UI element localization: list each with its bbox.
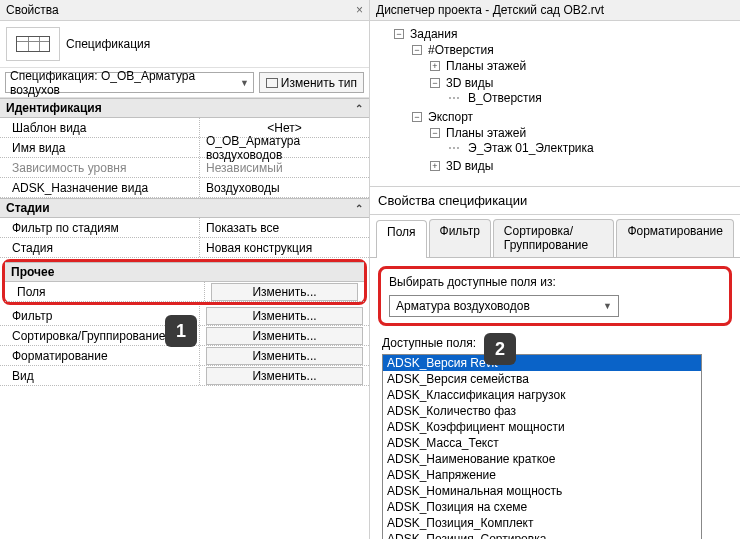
annotation-badge-1: 1 xyxy=(165,315,197,347)
tree-node-export[interactable]: −Экспорт xyxy=(412,110,473,124)
prop-value[interactable]: Воздуховоды xyxy=(200,178,369,197)
available-fields-label: Доступные поля: xyxy=(382,336,476,350)
prop-value: Изменить... xyxy=(200,346,369,365)
list-item[interactable]: ADSK_Классификация нагрузок xyxy=(383,387,701,403)
select-fields-from-dropdown[interactable]: Арматура воздуховодов ▼ xyxy=(389,295,619,317)
tree-node-holes[interactable]: −#Отверстия xyxy=(412,43,494,57)
select-value: Арматура воздуховодов xyxy=(396,299,530,313)
section-ident-header[interactable]: Идентификация ⌃ xyxy=(0,98,369,118)
list-item[interactable]: ADSK_Масса_Текст xyxy=(383,435,701,451)
schedule-icon xyxy=(6,27,60,61)
prop-value: Изменить... xyxy=(200,306,369,325)
prop-label: Вид xyxy=(0,366,200,385)
prop-label: Зависимость уровня xyxy=(0,158,200,177)
prop-value[interactable]: Новая конструкция xyxy=(200,238,369,257)
edit-type-button[interactable]: Изменить тип xyxy=(259,72,364,93)
type-selector-row: Спецификация xyxy=(0,21,369,68)
collapse-icon: ⌃ xyxy=(355,103,363,114)
collapse-icon[interactable]: − xyxy=(394,29,404,39)
spec-body: Выбирать доступные поля из: Арматура воз… xyxy=(370,258,740,539)
list-item[interactable]: ADSK_Наименование краткое xyxy=(383,451,701,467)
close-icon[interactable]: × xyxy=(356,3,363,17)
edit-type-icon xyxy=(266,78,278,88)
collapse-icon[interactable]: − xyxy=(412,45,422,55)
spec-tabs: Поля Фильтр Сортировка/Группирование Фор… xyxy=(370,215,740,258)
type-dropdown-row: Спецификация: O_ОВ_Арматура воздухов ▼ И… xyxy=(0,68,369,98)
section-stages-header[interactable]: Стадии ⌃ xyxy=(0,198,369,218)
list-item[interactable]: ADSK_Напряжение xyxy=(383,467,701,483)
project-tree[interactable]: −Задания −#Отверстия +Планы этажей −3D в… xyxy=(370,21,740,187)
properties-panel-title: Свойства xyxy=(6,3,59,17)
edit-fields-button[interactable]: Изменить... xyxy=(211,283,358,301)
prop-row: Имя вида O_ОВ_Арматура воздуховодов xyxy=(0,138,369,158)
annotation-badge-2: 2 xyxy=(484,333,516,365)
right-panel: Диспетчер проекта - Детский сад ОВ2.rvt … xyxy=(370,0,740,539)
callout-1: Прочее Поля Изменить... 1 xyxy=(2,259,367,305)
type-dropdown[interactable]: Спецификация: O_ОВ_Арматура воздухов ▼ xyxy=(5,72,254,93)
edit-type-label: Изменить тип xyxy=(281,76,357,90)
prop-label: Имя вида xyxy=(0,138,200,157)
dispatcher-title: Диспетчер проекта - Детский сад ОВ2.rvt xyxy=(376,3,604,17)
tree-node-3d2[interactable]: +3D виды xyxy=(430,159,493,173)
type-dropdown-value: Спецификация: O_ОВ_Арматура воздухов xyxy=(10,69,240,97)
select-fields-from-label: Выбирать доступные поля из: xyxy=(389,275,721,289)
edit-sort-button[interactable]: Изменить... xyxy=(206,327,363,345)
prop-label: Стадия xyxy=(0,238,200,257)
list-item[interactable]: ADSK_Версия Revit xyxy=(383,355,701,371)
list-item[interactable]: ADSK_Коэффициент мощности xyxy=(383,419,701,435)
list-item[interactable]: ADSK_Позиция_Комплект xyxy=(383,515,701,531)
section-other-title: Прочее xyxy=(11,265,54,279)
prop-row: Вид Изменить... xyxy=(0,366,369,386)
collapse-icon[interactable]: − xyxy=(412,112,422,122)
edit-view-button[interactable]: Изменить... xyxy=(206,367,363,385)
list-item[interactable]: ADSK_Позиция на схеме xyxy=(383,499,701,515)
type-label: Спецификация xyxy=(66,37,363,51)
tab-format[interactable]: Форматирование xyxy=(616,219,734,257)
list-item[interactable]: ADSK_Номинальная мощность xyxy=(383,483,701,499)
tree-leaf-votv[interactable]: ⋯В_Отверстия xyxy=(448,91,542,105)
prop-label: Фильтр по стадиям xyxy=(0,218,200,237)
tree-leaf-etaj[interactable]: ⋯Э_Этаж 01_Электрика xyxy=(448,141,594,155)
tab-sort[interactable]: Сортировка/Группирование xyxy=(493,219,615,257)
prop-row: Форматирование Изменить... xyxy=(0,346,369,366)
prop-value: Изменить... xyxy=(200,366,369,385)
prop-value[interactable]: Показать все xyxy=(200,218,369,237)
tree-node-tasks[interactable]: −Задания xyxy=(394,27,457,41)
spec-props-title: Свойства спецификации xyxy=(370,187,740,215)
leaf-icon: ⋯ xyxy=(448,141,460,155)
section-ident-title: Идентификация xyxy=(6,101,102,115)
prop-value: Изменить... xyxy=(205,282,364,301)
expand-icon[interactable]: + xyxy=(430,161,440,171)
expand-icon[interactable]: + xyxy=(430,61,440,71)
tab-fields[interactable]: Поля xyxy=(376,220,427,258)
list-item[interactable]: ADSK_Количество фаз xyxy=(383,403,701,419)
section-other-header[interactable]: Прочее xyxy=(5,262,364,282)
prop-label: ADSK_Назначение вида xyxy=(0,178,200,197)
callout-2: Выбирать доступные поля из: Арматура воз… xyxy=(378,266,732,326)
prop-value[interactable]: O_ОВ_Арматура воздуховодов xyxy=(200,138,369,157)
properties-panel: Свойства × Спецификация Спецификация: O_… xyxy=(0,0,370,539)
dispatcher-header: Диспетчер проекта - Детский сад ОВ2.rvt xyxy=(370,0,740,21)
prop-row: ADSK_Назначение вида Воздуховоды xyxy=(0,178,369,198)
available-fields-listbox[interactable]: ADSK_Версия RevitADSK_Версия семействаAD… xyxy=(382,354,702,539)
leaf-icon: ⋯ xyxy=(448,91,460,105)
prop-row-fields: Поля Изменить... xyxy=(5,282,364,302)
prop-label: Шаблон вида xyxy=(0,118,200,137)
edit-filter-button[interactable]: Изменить... xyxy=(206,307,363,325)
collapse-icon[interactable]: − xyxy=(430,78,440,88)
prop-row: Фильтр по стадиям Показать все xyxy=(0,218,369,238)
tab-filter[interactable]: Фильтр xyxy=(429,219,491,257)
chevron-down-icon: ▼ xyxy=(240,78,249,88)
collapse-icon[interactable]: − xyxy=(430,128,440,138)
tree-node-3d1[interactable]: −3D виды xyxy=(430,76,493,90)
collapse-icon: ⌃ xyxy=(355,203,363,214)
prop-label: Форматирование xyxy=(0,346,200,365)
prop-row: Стадия Новая конструкция xyxy=(0,238,369,258)
list-item[interactable]: ADSK_Позиция_Сортировка xyxy=(383,531,701,539)
section-stages-title: Стадии xyxy=(6,201,50,215)
prop-value: Изменить... xyxy=(200,326,369,345)
list-item[interactable]: ADSK_Версия семейства xyxy=(383,371,701,387)
edit-format-button[interactable]: Изменить... xyxy=(206,347,363,365)
tree-node-plans2[interactable]: −Планы этажей xyxy=(430,126,526,140)
tree-node-plans1[interactable]: +Планы этажей xyxy=(430,59,526,73)
